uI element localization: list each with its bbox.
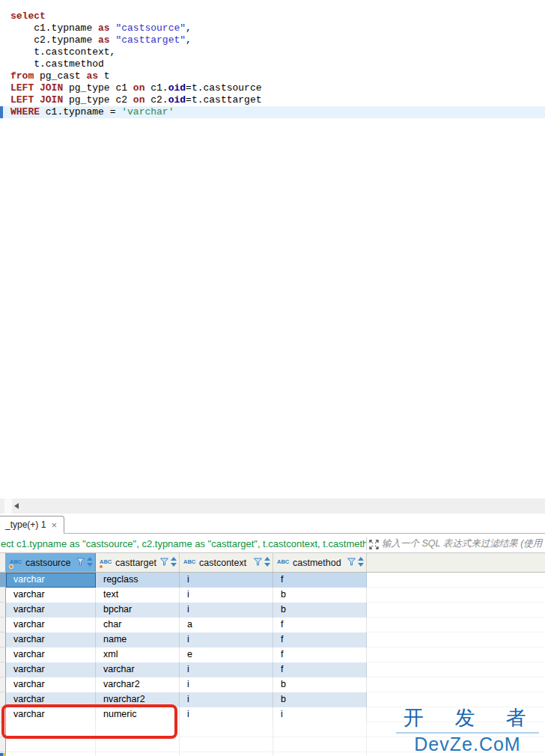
- table-cell[interactable]: i: [180, 573, 273, 588]
- table-cell[interactable]: varchar: [96, 662, 180, 677]
- table-row[interactable]: varcharvarcharif: [0, 662, 545, 677]
- row-number-header[interactable]: [0, 573, 6, 588]
- column-header-castsource[interactable]: ABCcastsource: [6, 553, 96, 572]
- table-cell[interactable]: varchar: [6, 707, 96, 722]
- table-cell[interactable]: f: [273, 647, 367, 662]
- empty-cell[interactable]: [180, 752, 273, 756]
- scroll-left-arrow-icon[interactable]: [14, 503, 19, 509]
- code-line[interactable]: select: [0, 10, 545, 22]
- code-line[interactable]: LEFT JOIN pg_type c2 on c2.oid=t.casttar…: [0, 94, 545, 106]
- empty-cell[interactable]: [273, 722, 367, 737]
- table-cell[interactable]: f: [273, 632, 367, 647]
- table-row[interactable]: varcharcharaf: [0, 618, 545, 632]
- table-row[interactable]: varcharregclassif: [0, 573, 545, 588]
- table-cell[interactable]: b: [273, 603, 367, 618]
- table-cell[interactable]: b: [273, 588, 367, 603]
- table-cell[interactable]: i: [180, 632, 273, 647]
- code-line[interactable]: LEFT JOIN pg_type c1 on c1.oid=t.castsou…: [0, 82, 545, 94]
- sort-icon[interactable]: [171, 557, 177, 569]
- table-row[interactable]: [0, 737, 545, 752]
- table-cell[interactable]: e: [180, 647, 273, 662]
- table-cell[interactable]: varchar: [6, 588, 96, 603]
- close-icon[interactable]: ×: [51, 520, 57, 530]
- code-line[interactable]: WHERE c1.typname = 'varchar': [0, 106, 545, 118]
- sort-icon[interactable]: [87, 557, 93, 569]
- table-cell[interactable]: varchar: [6, 632, 96, 647]
- table-cell[interactable]: varchar: [6, 618, 96, 632]
- expand-panel-icon[interactable]: [369, 539, 379, 549]
- code-line[interactable]: t.castcontext,: [0, 46, 545, 58]
- table-cell[interactable]: i: [180, 603, 273, 618]
- code-line[interactable]: from pg_cast as t: [0, 70, 545, 82]
- empty-cell[interactable]: [180, 737, 273, 752]
- column-header-casttarget[interactable]: ABCcasttarget: [96, 553, 180, 572]
- table-cell[interactable]: bpchar: [96, 603, 180, 618]
- table-row[interactable]: varcharbpcharib: [0, 603, 545, 618]
- empty-cell[interactable]: [6, 722, 96, 737]
- table-cell[interactable]: f: [273, 618, 367, 632]
- table-cell[interactable]: numeric: [96, 707, 180, 722]
- row-number-header[interactable]: [0, 677, 6, 692]
- sql-editor[interactable]: select c1.typname as "castsource", c2.ty…: [0, 0, 545, 499]
- filter-input-placeholder[interactable]: 输入一个 SQL 表达式来过滤结果 (使用: [382, 537, 545, 550]
- row-number-header[interactable]: [0, 603, 6, 618]
- table-cell[interactable]: varchar: [6, 573, 96, 588]
- table-row[interactable]: varcharnameif: [0, 632, 545, 647]
- filter-funnel-icon[interactable]: [254, 558, 262, 568]
- column-header-castcontext[interactable]: ABCcastcontext: [180, 553, 273, 572]
- table-row[interactable]: varcharvarchar2ib: [0, 677, 545, 692]
- row-number-header[interactable]: [0, 707, 6, 722]
- table-row[interactable]: [0, 752, 545, 756]
- table-cell[interactable]: varchar2: [96, 677, 180, 692]
- row-number-header[interactable]: [0, 647, 6, 662]
- table-cell[interactable]: a: [180, 618, 273, 632]
- row-number-header[interactable]: [0, 722, 6, 737]
- row-number-header[interactable]: [0, 588, 6, 603]
- empty-cell[interactable]: [96, 737, 180, 752]
- empty-cell[interactable]: [6, 752, 96, 756]
- empty-cell[interactable]: [6, 737, 96, 752]
- filter-funnel-icon[interactable]: [160, 558, 168, 568]
- table-cell[interactable]: varchar: [6, 662, 96, 677]
- tab-results-pg-type[interactable]: _type(+) 1 ×: [0, 516, 64, 534]
- column-header-castmethod[interactable]: ABCcastmethod: [273, 553, 367, 572]
- code-line[interactable]: t.castmethod: [0, 58, 545, 70]
- filter-funnel-icon[interactable]: [76, 558, 85, 568]
- row-number-header[interactable]: [0, 692, 6, 707]
- table-cell[interactable]: char: [96, 618, 180, 632]
- table-row[interactable]: varcharxmlef: [0, 647, 545, 662]
- empty-cell[interactable]: [273, 737, 367, 752]
- table-row[interactable]: varcharnvarchar2ib: [0, 692, 545, 707]
- row-number-header[interactable]: [0, 662, 6, 677]
- table-cell[interactable]: i: [180, 677, 273, 692]
- empty-cell[interactable]: [273, 752, 367, 756]
- table-cell[interactable]: i: [180, 662, 273, 677]
- table-row[interactable]: [0, 722, 545, 737]
- table-cell[interactable]: i: [180, 707, 273, 722]
- table-cell[interactable]: b: [273, 677, 367, 692]
- row-number-header[interactable]: [0, 737, 6, 752]
- table-cell[interactable]: i: [273, 707, 367, 722]
- row-number-header[interactable]: [0, 632, 6, 647]
- table-cell[interactable]: b: [273, 692, 367, 707]
- table-cell[interactable]: varchar: [6, 692, 96, 707]
- row-number-header[interactable]: [0, 618, 6, 632]
- table-cell[interactable]: regclass: [96, 573, 180, 588]
- table-row[interactable]: varchartextib: [0, 588, 545, 603]
- table-cell[interactable]: f: [273, 662, 367, 677]
- table-cell[interactable]: name: [96, 632, 180, 647]
- empty-cell[interactable]: [180, 722, 273, 737]
- editor-horizontal-scrollbar[interactable]: [0, 499, 545, 513]
- table-cell[interactable]: i: [180, 692, 273, 707]
- filter-query-text[interactable]: ect c1.typname as "castsource", c2.typna…: [0, 538, 366, 549]
- filter-funnel-icon[interactable]: [347, 558, 356, 568]
- sort-icon[interactable]: [264, 557, 270, 569]
- code-line[interactable]: c2.typname as "casttarget",: [0, 34, 545, 46]
- table-row[interactable]: varcharnumericii: [0, 707, 545, 722]
- table-cell[interactable]: text: [96, 588, 180, 603]
- sort-icon[interactable]: [358, 557, 364, 569]
- table-cell[interactable]: nvarchar2: [96, 692, 180, 707]
- code-line[interactable]: c1.typname as "castsource",: [0, 22, 545, 34]
- table-cell[interactable]: varchar: [6, 677, 96, 692]
- table-cell[interactable]: i: [180, 588, 273, 603]
